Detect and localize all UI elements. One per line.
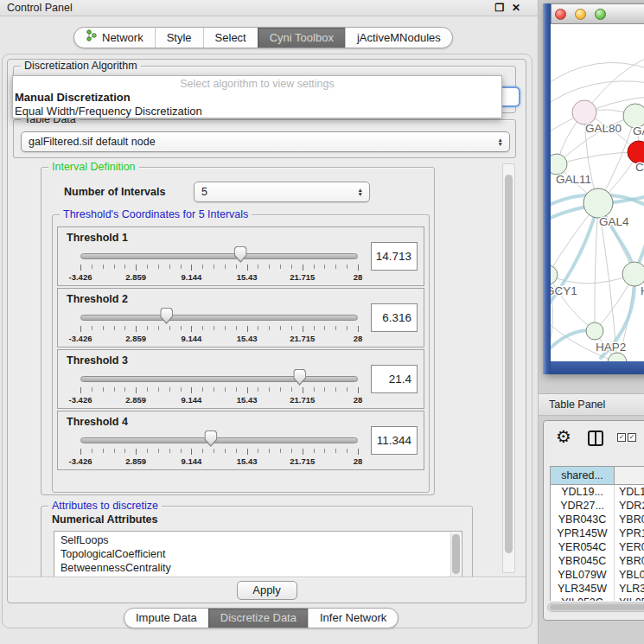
- network-node[interactable]: [551, 154, 567, 175]
- network-window-titlebar[interactable]: [551, 3, 644, 24]
- tab-discretize-data[interactable]: Discretize Data: [208, 609, 308, 628]
- columns-icon[interactable]: [588, 430, 603, 446]
- attribute-item[interactable]: BetweennessCentrality: [54, 561, 462, 575]
- tick-mark: [158, 449, 159, 453]
- table-row[interactable]: YBL079WYBL079W: [551, 568, 644, 582]
- column-header-shared-name[interactable]: shared...: [551, 467, 615, 484]
- table-row[interactable]: YDL19...YDL19...: [551, 485, 644, 499]
- close-icon[interactable]: ✕: [509, 1, 523, 15]
- cell-name[interactable]: YLR345W: [615, 582, 644, 596]
- cell-name[interactable]: YDL19...: [615, 485, 644, 499]
- threshold-value-input[interactable]: 21.4: [371, 365, 418, 393]
- cell-shared-name[interactable]: YIL052C: [551, 596, 615, 601]
- column-header-name[interactable]: name: [615, 467, 644, 484]
- list-scrollbar[interactable]: [450, 532, 461, 577]
- tab-network[interactable]: Network: [74, 28, 155, 48]
- slider-track[interactable]: [80, 437, 358, 443]
- cell-shared-name[interactable]: YLR345W: [551, 582, 615, 596]
- network-node[interactable]: [583, 188, 613, 218]
- tick-mark: [202, 326, 203, 330]
- apply-button[interactable]: Apply: [237, 581, 297, 600]
- cell-shared-name[interactable]: YDR27...: [551, 499, 615, 513]
- cell-shared-name[interactable]: YBR045C: [551, 554, 615, 568]
- tab-cyni-toolbox[interactable]: Cyni Toolbox: [258, 28, 345, 48]
- table-row[interactable]: YBR043CYBR043C: [551, 513, 644, 526]
- tick-mark: [136, 326, 137, 332]
- slider-thumb[interactable]: [204, 430, 217, 447]
- tab-style[interactable]: Style: [155, 28, 203, 48]
- tick-mark: [158, 326, 159, 330]
- cell-name[interactable]: YIL052C: [615, 596, 644, 601]
- tab-select[interactable]: Select: [203, 28, 258, 48]
- table-row[interactable]: YBR045CYBR045C: [551, 554, 644, 568]
- tick-mark: [169, 449, 170, 453]
- slider-thumb[interactable]: [234, 246, 247, 263]
- table-data-combobox[interactable]: galFiltered.sif default node ▲▼: [21, 131, 510, 152]
- application: Control Panel ❐ ✕ Network Style Select C…: [0, 0, 644, 644]
- threshold-value-input[interactable]: 6.316: [371, 303, 418, 332]
- tick-mark: [347, 265, 348, 269]
- attribute-item[interactable]: SelfLoops: [54, 533, 462, 547]
- table-row[interactable]: YIL052CYIL052C: [551, 596, 644, 601]
- gear-icon[interactable]: ⚙: [556, 426, 571, 447]
- tab-label: Style: [167, 28, 192, 48]
- minimize-traffic-light[interactable]: [575, 9, 586, 20]
- table-row[interactable]: YLR345WYLR345W: [551, 582, 644, 596]
- slider-track[interactable]: [80, 376, 358, 382]
- panel-scrollbar[interactable]: [502, 163, 515, 573]
- cell-name[interactable]: YBR043C: [615, 513, 644, 526]
- cell-shared-name[interactable]: YBL079W: [551, 568, 615, 582]
- tab-impute-data[interactable]: Impute Data: [124, 609, 208, 628]
- threshold-value-input[interactable]: 11.344: [371, 426, 418, 455]
- slider-track[interactable]: [80, 315, 358, 321]
- tab-infer-network[interactable]: Infer Network: [308, 609, 398, 628]
- tick-label: 9.144: [182, 395, 202, 405]
- scrollbar-thumb[interactable]: [452, 534, 460, 574]
- zoom-traffic-light[interactable]: [595, 9, 606, 20]
- cell-shared-name[interactable]: YPR145W: [551, 526, 615, 540]
- checkboxes-icon[interactable]: ✓ ✓: [617, 433, 636, 442]
- network-canvas[interactable]: GAL80GACGAL11GAL4GCY1HHAP2: [551, 24, 644, 361]
- network-node[interactable]: [551, 265, 558, 284]
- horizontal-scrollbar[interactable]: [547, 603, 644, 612]
- network-node[interactable]: [586, 322, 603, 340]
- tick-mark: [191, 449, 192, 455]
- slider-thumb[interactable]: [293, 369, 306, 386]
- network-node-label: H: [641, 284, 644, 297]
- tick-mark: [80, 449, 81, 455]
- table-row[interactable]: YPR145WYPR145W: [551, 526, 644, 540]
- cell-name[interactable]: YDR27...: [615, 499, 644, 513]
- network-node[interactable]: [622, 262, 644, 286]
- tick-mark: [258, 449, 258, 453]
- network-node[interactable]: [572, 100, 596, 124]
- scrollbar-thumb[interactable]: [505, 175, 513, 553]
- num-intervals-combobox[interactable]: 5 ▲▼: [194, 182, 370, 202]
- network-node-label: C: [635, 161, 644, 174]
- cell-name[interactable]: YER054C: [615, 540, 644, 554]
- table-row[interactable]: YER054CYER054C: [551, 540, 644, 554]
- cell-shared-name[interactable]: YBR043C: [551, 513, 615, 526]
- table-row[interactable]: YDR27...YDR27...: [551, 499, 644, 513]
- tick-mark: [181, 387, 182, 392]
- cell-shared-name[interactable]: YDL19...: [551, 485, 615, 499]
- cell-name[interactable]: YBR045C: [615, 554, 644, 568]
- close-traffic-light[interactable]: [555, 9, 566, 20]
- cell-name[interactable]: YBL079W: [615, 568, 644, 582]
- network-node-label: HAP2: [596, 341, 626, 354]
- cell-name[interactable]: YPR145W: [615, 526, 644, 540]
- table-panel-titlebar: Table Panel: [539, 393, 644, 416]
- float-icon[interactable]: ❐: [493, 1, 507, 15]
- tick-mark: [269, 449, 270, 453]
- attribute-item[interactable]: TopologicalCoefficient: [54, 547, 462, 561]
- tick-mark: [247, 387, 248, 393]
- threshold-value-input[interactable]: 14.713: [371, 242, 418, 271]
- slider-thumb[interactable]: [160, 308, 173, 324]
- dropdown-option-manual[interactable]: Manual Discretization: [13, 91, 501, 105]
- slider-track[interactable]: [80, 253, 358, 259]
- scrollbar-thumb[interactable]: [550, 604, 644, 610]
- dropdown-option-equal-width[interactable]: Equal Width/Frequency Discretization: [13, 105, 501, 118]
- tick-mark: [147, 449, 148, 453]
- tab-jactivemnodules[interactable]: jActiveMNodules: [345, 28, 452, 48]
- cell-shared-name[interactable]: YER054C: [551, 540, 615, 554]
- slider: -3.4262.8599.14415.4321.71528: [80, 430, 358, 469]
